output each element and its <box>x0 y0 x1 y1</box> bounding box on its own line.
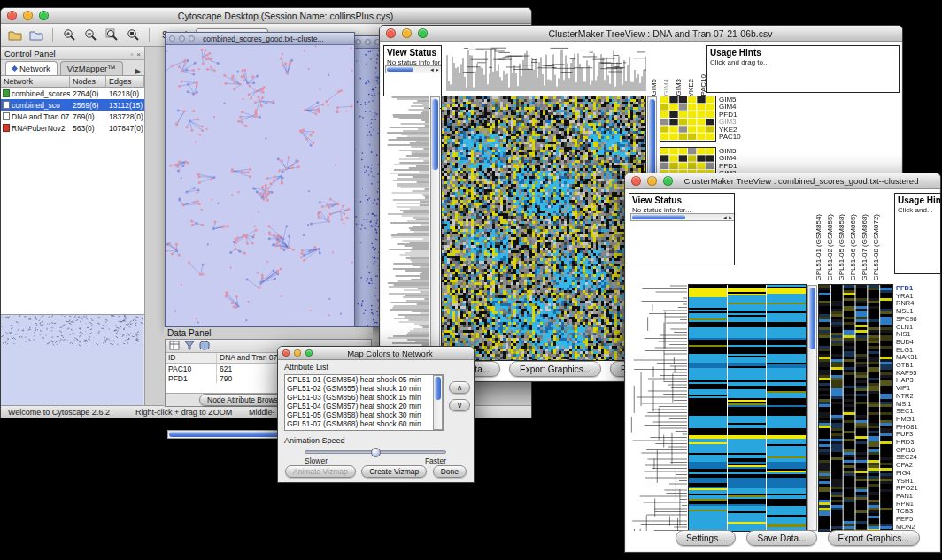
dialog-button[interactable]: Done <box>433 465 467 478</box>
network-row[interactable]: combined_sco 2569(6) 13112(15) <box>1 99 144 111</box>
attribute-item[interactable]: GPL51-07 (GSM868) heat shock 60 min <box>285 419 443 428</box>
header-network[interactable]: Network <box>1 76 70 88</box>
network-row[interactable]: combined_scores 2764(0) 16218(0) <box>1 88 144 99</box>
close-icon[interactable] <box>169 35 175 42</box>
attribute-item[interactable]: GPL51-01 (GSM854) heat shock 05 min <box>285 375 443 384</box>
desktop-background: Cytoscape Desktop (Session Name: collins… <box>0 0 942 560</box>
network-nodes-count: 2764(0) <box>70 89 106 98</box>
dialog-button[interactable]: Create Vizmap <box>361 465 427 478</box>
usage-hints-title: Usage Hints <box>707 46 899 58</box>
attribute-list[interactable]: GPL51-01 (GSM854) heat shock 05 minGPL51… <box>284 374 444 431</box>
database-icon[interactable] <box>199 338 210 354</box>
treeview2-titlebar[interactable]: ClusterMaker TreeView : combined_scores_… <box>625 173 940 189</box>
treeview-action-button[interactable]: Save Data... <box>746 530 816 546</box>
view-status-scrollbar[interactable]: ◄► <box>385 65 442 73</box>
attribute-item[interactable]: GPL51-05 (GSM858) heat shock 30 min <box>285 410 443 419</box>
array-column-label: GPL51-08 (GSM872) <box>871 214 882 281</box>
select-attributes-icon[interactable] <box>184 338 195 354</box>
network-overview-canvas[interactable] <box>1 315 143 405</box>
treeview1-titlebar[interactable]: ClusterMaker TreeView : DNA and Tran 07-… <box>380 26 902 42</box>
slider-thumb[interactable] <box>371 448 381 457</box>
network-name: combined_sco <box>12 101 60 110</box>
usage-hints-text: Click and drag to... <box>707 58 899 66</box>
status-pan-hint: Middle- <box>249 408 275 417</box>
main-window-title: Cytoscape Desktop (Session Name: collins… <box>47 11 524 21</box>
scrollbar-thumb[interactable] <box>435 377 441 400</box>
heatmap-canvas[interactable] <box>442 96 645 360</box>
attribute-item[interactable]: GPL51-04 (GSM857) heat shock 20 min <box>285 402 443 410</box>
attribute-list-scrollbar[interactable] <box>433 375 443 430</box>
network-view-canvas[interactable] <box>166 45 354 326</box>
zoom-in-icon[interactable] <box>60 27 78 43</box>
network-type-icon <box>3 89 10 97</box>
close-icon[interactable] <box>355 39 361 45</box>
minimize-button[interactable] <box>402 28 412 38</box>
heatmap-vscrollbar[interactable] <box>807 285 817 531</box>
scroll-arrow-icons[interactable]: ◄► <box>722 214 733 221</box>
header-edges[interactable]: Edges <box>106 76 144 88</box>
network-type-icon <box>3 124 10 132</box>
close-button[interactable] <box>7 11 17 20</box>
expression-heatmap-canvas[interactable] <box>689 285 806 531</box>
row-dendrogram[interactable] <box>629 285 687 531</box>
scroll-arrow-icons[interactable]: ◄► <box>429 66 440 73</box>
dendrogram-vscrollbar[interactable] <box>430 96 440 360</box>
header-nodes[interactable]: Nodes <box>70 76 106 88</box>
scrollbar-thumb[interactable] <box>632 215 685 219</box>
main-titlebar[interactable]: Cytoscape Desktop (Session Name: collins… <box>1 8 531 24</box>
open-folder-icon[interactable] <box>6 27 24 43</box>
zoom-selected-icon[interactable] <box>103 27 120 43</box>
treeview-action-button[interactable]: Settings... <box>676 530 736 546</box>
scrollbar-thumb[interactable] <box>387 67 413 72</box>
network-row[interactable]: DNA and Tran 07 769(0) 183728(0) <box>1 111 144 122</box>
dialog-buttons: Animate VizmapCreate VizmapDone <box>285 465 467 478</box>
treeview-action-button[interactable]: Export Graphics... <box>509 361 601 377</box>
dialog-title: Map Colors to Network <box>313 349 467 358</box>
import-network-icon[interactable] <box>27 27 45 43</box>
zoom-out-icon[interactable] <box>81 27 99 43</box>
network-type-icon <box>3 112 10 120</box>
animation-speed-slider[interactable] <box>305 450 446 454</box>
map-colors-dialog: Map Colors to Network Attribute List GPL… <box>277 346 475 483</box>
network-nodes-count: 2569(6) <box>70 101 106 110</box>
close-button[interactable] <box>386 28 396 38</box>
mini-heatmap-1[interactable] <box>660 96 715 141</box>
float-panel-icon[interactable]: ▫ <box>130 50 133 58</box>
scrollbar-thumb[interactable] <box>809 288 815 349</box>
network-row[interactable]: RNAPuberNov2 563(0) 107847(0) <box>1 122 144 134</box>
move-down-button[interactable]: ∨ <box>449 399 470 411</box>
attribute-table-icon[interactable] <box>169 338 180 354</box>
network-nodes-count: 769(0) <box>70 112 106 121</box>
internal-titlebar[interactable]: combined_scores_good.txt--cluste... <box>166 33 354 45</box>
move-up-button[interactable]: ∧ <box>449 381 470 394</box>
attribute-item[interactable]: GPL51-02 (GSM855) heat shock 10 min <box>285 384 443 393</box>
minimize-button[interactable] <box>294 349 301 357</box>
tab-network[interactable]: Network <box>5 61 58 75</box>
close-button[interactable] <box>631 176 641 186</box>
column-dendrogram[interactable] <box>446 45 646 91</box>
zoom-fit-icon[interactable] <box>124 27 142 43</box>
treeview-action-button[interactable]: Export Graphics... <box>828 530 920 546</box>
usage-hints-panel: Usage Hints Click and drag to... <box>706 45 900 93</box>
attribute-item[interactable]: GPL51-03 (GSM856) heat shock 15 min <box>285 393 443 402</box>
minimize-icon[interactable] <box>179 35 185 42</box>
dialog-titlebar[interactable]: Map Colors to Network <box>278 347 474 360</box>
maximize-icon[interactable] <box>189 35 195 42</box>
view-status-scrollbar[interactable]: ◄► <box>630 213 735 221</box>
close-panel-icon[interactable]: × <box>136 50 141 58</box>
dialog-button[interactable]: Animate Vizmap <box>285 465 356 478</box>
maximize-button[interactable] <box>305 349 313 357</box>
close-button[interactable] <box>282 349 290 357</box>
data-header-id[interactable]: ID <box>166 353 217 363</box>
tab-vizmapper[interactable]: VizMapper™ <box>60 61 123 75</box>
minimize-button[interactable] <box>23 11 33 20</box>
secondary-heatmap-canvas[interactable] <box>819 285 892 531</box>
row-dendrogram[interactable] <box>383 96 429 360</box>
minimize-icon[interactable] <box>365 39 371 45</box>
network-name: DNA and Tran 07 <box>12 112 69 121</box>
minimize-button[interactable] <box>647 176 657 186</box>
scrollbar-thumb[interactable] <box>432 99 438 170</box>
control-panel: Control Panel ▫× Network VizMapper™ ▶ Ne… <box>1 47 145 405</box>
tab-overflow-icon[interactable]: ▶ <box>135 67 141 75</box>
view-status-panel: View Status No status info for... ◄► <box>629 193 735 265</box>
